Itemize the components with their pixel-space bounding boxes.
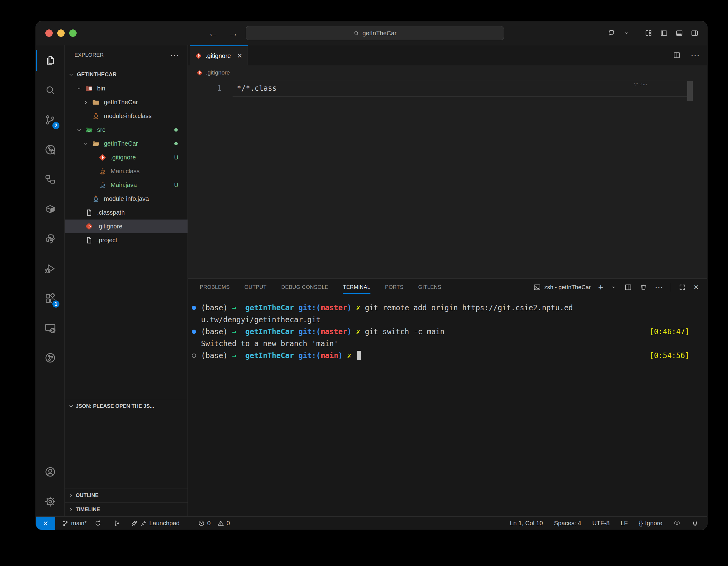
chevron-right-icon — [68, 492, 76, 499]
split-editor-icon[interactable] — [673, 51, 681, 59]
folder-bin-icon — [85, 84, 95, 93]
tree-item-getinthecar[interactable]: getInTheCar — [65, 137, 188, 150]
tree-item-bin[interactable]: bin — [65, 82, 188, 95]
commit-graph-status-item[interactable] — [113, 520, 120, 527]
chevron-down-icon — [68, 71, 77, 78]
zoom-window-button[interactable] — [69, 29, 77, 37]
error-count: 0 — [207, 520, 210, 527]
activity-item-settings[interactable] — [36, 487, 64, 516]
terminal-output[interactable]: (base) → getInTheCar git:(master) ✗ git … — [188, 296, 707, 516]
tree-item-module-info-java[interactable]: module-info.java — [65, 192, 188, 206]
kill-terminal-icon[interactable] — [639, 283, 647, 291]
activity-item-containers[interactable] — [36, 194, 64, 224]
sync-status-item[interactable] — [94, 520, 101, 527]
command-decoration-filled[interactable] — [192, 330, 196, 334]
language-mode-item[interactable]: {} Ignore — [639, 520, 662, 527]
activity-item-accounts[interactable] — [36, 457, 64, 487]
encoding-item[interactable]: UTF-8 — [592, 520, 610, 527]
panel-tab-problems[interactable]: PROBLEMS — [200, 279, 230, 296]
section-outline[interactable]: OUTLINE — [65, 488, 188, 502]
minimize-window-button[interactable] — [57, 29, 65, 37]
indentation-item[interactable]: Spaces: 4 — [554, 520, 581, 527]
command-timestamp: [0:46:47] — [650, 326, 689, 338]
editor[interactable]: 1 */*.class */*.class — [188, 80, 707, 278]
terminal-line: u.tw/dengyi/getinthecar.git — [188, 314, 707, 326]
tree-item-gitignore[interactable]: .gitignore — [65, 219, 188, 233]
explorer-sidebar: EXPLORER ⋯ GETINTHECARbingetInTheCarmodu… — [65, 45, 188, 516]
toggle-panel-icon[interactable] — [675, 29, 683, 37]
panel-more-actions-icon[interactable]: ⋯ — [655, 286, 663, 289]
activity-item-run-and-debug[interactable] — [36, 253, 64, 283]
copilot-chevron-down-icon[interactable] — [623, 30, 629, 36]
command-decoration-filled[interactable] — [192, 306, 196, 310]
toggle-secondary-sidebar-icon[interactable] — [691, 29, 699, 37]
panel-tab-output[interactable]: OUTPUT — [245, 279, 267, 296]
close-window-button[interactable] — [45, 29, 53, 37]
remote-indicator-button[interactable] — [36, 517, 55, 530]
line-number: 1 — [188, 81, 222, 96]
command-decoration-hollow[interactable] — [192, 354, 196, 358]
activity-item-python[interactable] — [36, 224, 64, 253]
panel-tab-terminal[interactable]: TERMINAL — [343, 279, 370, 296]
launchpad-status-item[interactable]: Launchpad — [131, 520, 180, 527]
activity-item-explorer[interactable] — [36, 45, 64, 75]
back-button[interactable]: ← — [208, 28, 218, 39]
new-terminal-icon[interactable]: + — [598, 286, 603, 289]
split-terminal-icon[interactable] — [624, 283, 632, 291]
java-orange-icon — [98, 167, 108, 175]
forward-button[interactable]: → — [228, 28, 238, 39]
activity-item-source-control[interactable]: 2 — [36, 105, 64, 135]
close-tab-icon[interactable]: × — [237, 53, 242, 59]
section-timeline[interactable]: TIMELINE — [65, 502, 188, 516]
toggle-primary-sidebar-icon[interactable] — [660, 29, 668, 37]
copilot-status-item[interactable] — [673, 520, 681, 527]
copilot-icon[interactable] — [608, 29, 616, 37]
tree-item-src[interactable]: src — [65, 123, 188, 137]
tree-item-main-class[interactable]: Main.class — [65, 164, 188, 178]
chevron-right-icon — [82, 99, 92, 106]
launchpad-label: Launchpad — [149, 520, 180, 527]
panel-tab-gitlens[interactable]: GITLENS — [418, 279, 442, 296]
maximize-panel-icon[interactable] — [678, 283, 686, 291]
tree-item-getinthecar[interactable]: getInTheCar — [65, 95, 188, 109]
tree-item-main-java[interactable]: Main.javaU — [65, 178, 188, 192]
command-center-search[interactable]: getInTheCar — [246, 26, 504, 40]
file-tree: GETINTHECARbingetInTheCarmodule-info.cla… — [65, 68, 188, 247]
tree-item-classpath[interactable]: .classpath — [65, 206, 188, 219]
terminal-session[interactable]: zsh - getInTheCar — [533, 283, 591, 291]
activity-item-gitlens-inspect[interactable] — [36, 164, 64, 194]
editor-more-actions-icon[interactable]: ⋯ — [691, 54, 700, 57]
problems-status-item[interactable]: 0 0 — [198, 520, 230, 527]
editor-scrollbar[interactable] — [687, 81, 693, 101]
explorer-more-actions-icon[interactable]: ⋯ — [170, 54, 180, 57]
tree-item-gitignore[interactable]: .gitignoreU — [65, 150, 188, 164]
eol-item[interactable]: LF — [621, 520, 628, 527]
section-timeline-label: TIMELINE — [76, 507, 100, 513]
branch-status-item[interactable]: main* — [62, 520, 87, 527]
activity-item-search[interactable] — [36, 75, 64, 105]
section-json[interactable]: JSON: PLEASE OPEN THE JS... — [65, 399, 188, 413]
terminal-dropdown-icon[interactable] — [611, 284, 617, 291]
cursor-position-item[interactable]: Ln 1, Col 10 — [510, 520, 543, 527]
tree-item-getinthecar[interactable]: GETINTHECAR — [65, 68, 188, 82]
activity-item-remote-explorer[interactable] — [36, 313, 64, 343]
tree-item-project[interactable]: .project — [65, 233, 188, 247]
breadcrumb[interactable]: .gitignore — [188, 65, 707, 80]
terminal-cursor — [357, 351, 361, 360]
activity-item-gitlens[interactable] — [36, 135, 64, 164]
java-blue-icon — [92, 195, 101, 203]
tree-item-label: .project — [97, 237, 117, 244]
tab-gitignore[interactable]: .gitignore × — [190, 45, 248, 65]
current-line-highlight — [233, 81, 687, 97]
activity-item-extensions[interactable]: 1 — [36, 283, 64, 313]
minimap[interactable]: */*.class — [634, 83, 647, 86]
section-json-body — [65, 413, 188, 488]
tree-item-module-info-class[interactable]: module-info.class — [65, 109, 188, 123]
panel-tab-ports[interactable]: PORTS — [385, 279, 404, 296]
notifications-item[interactable] — [692, 520, 699, 527]
activity-item-commit-graph[interactable] — [36, 343, 64, 373]
panel-tab-debug-console[interactable]: DEBUG CONSOLE — [281, 279, 328, 296]
tabbar-actions: ⋯ — [673, 45, 700, 65]
customize-layout-icon[interactable] — [645, 29, 653, 37]
close-panel-icon[interactable]: × — [694, 286, 699, 289]
